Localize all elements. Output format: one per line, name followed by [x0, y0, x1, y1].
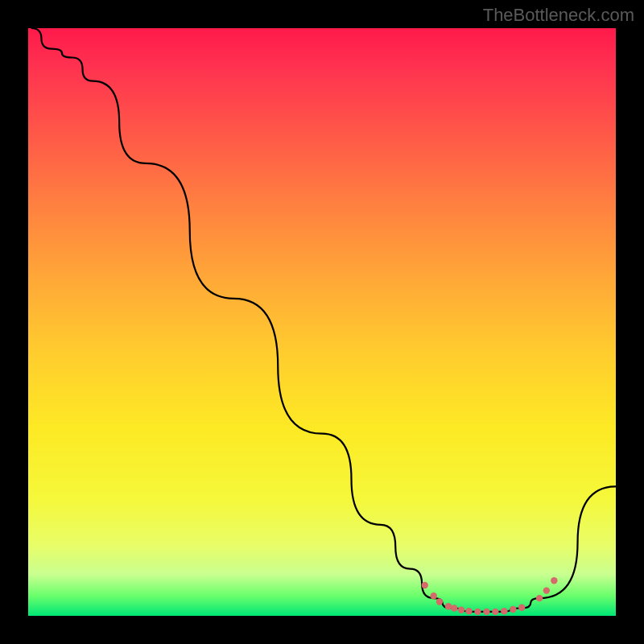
curve-markers [422, 577, 558, 615]
curve-marker [474, 609, 481, 615]
bottleneck-curve [31, 28, 616, 612]
curve-marker [436, 598, 443, 605]
curve-marker [543, 587, 550, 593]
curve-marker [510, 606, 516, 613]
curve-marker [551, 577, 557, 584]
curve-marker [536, 595, 543, 601]
curve-marker [501, 608, 507, 614]
attribution-text: TheBottleneck.com [483, 5, 634, 26]
curve-marker [518, 605, 525, 611]
curve-marker [445, 603, 452, 609]
curve-marker [451, 605, 457, 611]
plot-area [28, 28, 616, 616]
chart-svg [28, 28, 616, 616]
curve-marker [465, 608, 472, 614]
curve-marker [431, 592, 437, 599]
curve-marker [458, 607, 464, 613]
curve-marker [422, 582, 428, 588]
curve-marker [483, 609, 489, 615]
curve-marker [492, 609, 498, 615]
